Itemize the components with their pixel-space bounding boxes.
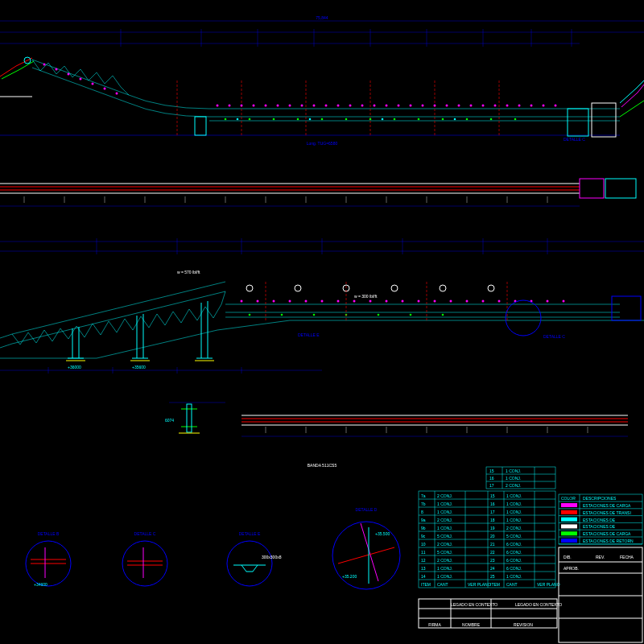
svg-rect-19: [592, 103, 616, 137]
svg-point-157: [391, 285, 398, 291]
svg-text:7b: 7b: [421, 502, 426, 506]
load-w1: w = 570 lbf/ft: [177, 270, 200, 275]
title-block: DIB. REV. FECHA APROB.: [559, 547, 642, 642]
svg-text:1 CONJ.: 1 CONJ.: [506, 476, 521, 481]
svg-rect-84: [605, 179, 636, 198]
svg-point-61: [555, 105, 557, 107]
svg-text:19: 19: [490, 526, 495, 530]
svg-point-204: [227, 541, 272, 586]
svg-point-45: [361, 105, 364, 107]
svg-point-67: [345, 118, 348, 121]
svg-rect-176: [187, 404, 192, 432]
svg-point-41: [313, 105, 316, 107]
svg-point-73: [490, 118, 493, 121]
svg-text:DIB.: DIB.: [564, 555, 572, 559]
svg-text:13: 13: [421, 566, 426, 571]
svg-point-199: [122, 541, 167, 586]
svg-point-136: [402, 300, 404, 303]
svg-text:1 CONJ.: 1 CONJ.: [506, 469, 521, 473]
svg-point-44: [349, 105, 352, 107]
svg-point-164: [506, 300, 541, 336]
svg-text:FECHA: FECHA: [620, 555, 634, 559]
svg-point-75: [237, 118, 239, 121]
svg-point-134: [369, 300, 372, 303]
svg-rect-304: [561, 518, 577, 522]
svg-rect-301: [561, 510, 577, 514]
svg-rect-310: [561, 531, 577, 535]
svg-text:2 CONJ.: 2 CONJ.: [506, 483, 521, 488]
svg-point-77: [382, 118, 384, 121]
svg-point-145: [547, 300, 549, 303]
svg-point-141: [482, 300, 485, 303]
svg-text:1 CONJ.: 1 CONJ.: [506, 574, 522, 579]
svg-text:ESTACIONES DE CARGA: ESTACIONES DE CARGA: [583, 531, 631, 536]
svg-text:DETALLE B: DETALLE B: [38, 531, 60, 536]
svg-text:5 CONJ.: 5 CONJ.: [437, 550, 452, 555]
svg-text:DETALLE D: DETALLE D: [356, 507, 378, 512]
drawing-title: BANDA 511CS5: [308, 463, 337, 468]
svg-rect-83: [580, 179, 604, 198]
svg-point-127: [257, 300, 259, 303]
svg-text:9b: 9b: [421, 526, 426, 530]
svg-text:16: 16: [490, 502, 495, 506]
cad-drawing: 75,844: [0, 0, 644, 644]
upper-elevation: 75,844: [0, 15, 644, 146]
svg-point-149: [313, 314, 316, 316]
svg-text:ESTACIONES DE: ESTACIONES DE: [583, 524, 616, 529]
svg-text:1 CONJ.: 1 CONJ.: [437, 502, 452, 506]
svg-point-49: [410, 105, 412, 107]
svg-point-140: [466, 300, 469, 303]
svg-point-76: [309, 118, 312, 121]
svg-point-155: [295, 285, 301, 291]
svg-text:22: 22: [490, 550, 495, 555]
svg-point-131: [321, 300, 324, 303]
svg-line-210: [338, 547, 394, 564]
long-label: Long. TUG=6580: [307, 141, 338, 146]
svg-text:1 CONJ.: 1 CONJ.: [506, 510, 522, 514]
svg-rect-313: [561, 539, 577, 543]
svg-rect-167: [612, 296, 641, 320]
upper-plan: [0, 179, 636, 206]
svg-point-146: [563, 300, 565, 303]
svg-rect-17: [195, 117, 206, 135]
svg-point-43: [337, 105, 340, 107]
svg-text:1 CONJ.: 1 CONJ.: [506, 518, 522, 522]
svg-point-142: [498, 300, 501, 303]
svg-point-54: [470, 105, 473, 107]
svg-text:5 CONJ.: 5 CONJ.: [437, 534, 452, 539]
svg-point-151: [378, 314, 380, 316]
revision-strip: FIRMA NOMBRE REVISION LEGADO EN CONTEXTO…: [419, 599, 562, 628]
svg-text:6 CONJ.: 6 CONJ.: [506, 566, 522, 571]
svg-text:24: 24: [490, 566, 495, 571]
svg-text:23: 23: [490, 558, 495, 563]
svg-text:1 CONJ.: 1 CONJ.: [437, 574, 452, 579]
svg-point-39: [289, 105, 291, 107]
svg-point-46: [374, 105, 376, 107]
svg-text:LEGADO EN CONTEXTO: LEGADO EN CONTEXTO: [515, 602, 562, 607]
lower-elevation: w = 570 lbf/ft w = 300 lbf/ft +36000 +35…: [0, 238, 644, 374]
svg-text:6 CONJ.: 6 CONJ.: [506, 550, 522, 555]
svg-point-28: [68, 73, 70, 76]
svg-text:REVISION: REVISION: [514, 622, 533, 627]
svg-point-154: [246, 285, 253, 291]
svg-text:COLOR: COLOR: [561, 496, 576, 501]
svg-point-35: [241, 105, 243, 107]
svg-text:15: 15: [489, 469, 494, 473]
svg-rect-18: [568, 109, 588, 136]
svg-text:15: 15: [490, 493, 495, 498]
svg-rect-298: [561, 503, 577, 507]
svg-point-68: [369, 118, 372, 121]
svg-text:DETALLE C: DETALLE C: [134, 531, 156, 536]
svg-text:ITEM: ITEM: [490, 582, 500, 587]
svg-text:1 CONJ.: 1 CONJ.: [506, 502, 522, 506]
svg-point-48: [398, 105, 400, 107]
load-w2: w = 300 lbf/ft: [354, 294, 378, 299]
svg-text:14: 14: [421, 574, 426, 579]
svg-point-153: [442, 314, 444, 316]
svg-point-137: [418, 300, 420, 303]
svg-text:18: 18: [490, 518, 495, 522]
svg-text:+35.200: +35.200: [342, 574, 357, 579]
svg-point-66: [321, 118, 324, 121]
svg-point-42: [325, 105, 328, 107]
svg-point-52: [446, 105, 448, 107]
